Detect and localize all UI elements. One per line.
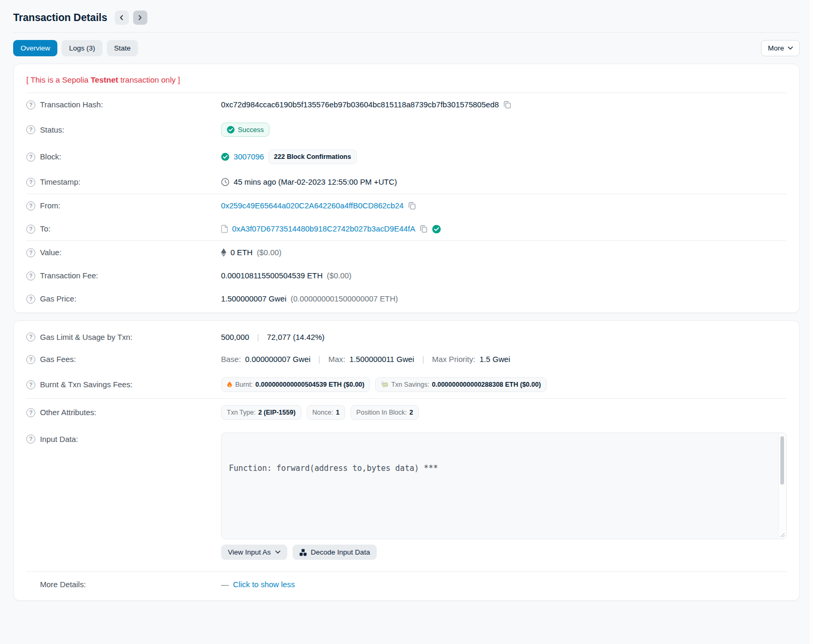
- testnet-notice: [ This is a Sepolia Testnet transaction …: [26, 66, 787, 93]
- value-label: Value:: [40, 248, 62, 257]
- next-transaction-button[interactable]: [133, 11, 147, 25]
- gas-used-value: 72,077 (14.42%): [267, 333, 324, 341]
- transaction-fee-row: ? Transaction Fee: 0.000108115500504539 …: [26, 264, 787, 287]
- view-input-as-button[interactable]: View Input As: [221, 545, 287, 560]
- position-in-block-badge: Position In Block: 2: [350, 405, 419, 420]
- input-data-line: [229, 500, 772, 512]
- input-data-line: MethodID: 0x6fadcf72: [229, 538, 772, 539]
- to-row: ? To: 0xA3f07D6773514480b918C2742b027b3a…: [26, 217, 787, 240]
- block-row: ? Block: 3007096 222 Block Confirmations: [26, 143, 787, 170]
- status-row: ? Status: Success: [26, 116, 787, 143]
- gas-price-label: Gas Price:: [40, 295, 76, 303]
- chevron-left-icon: [119, 15, 124, 21]
- transaction-fee-label: Transaction Fee:: [40, 271, 98, 280]
- txn-savings-label: Txn Savings:: [391, 381, 429, 388]
- pipe-separator: |: [418, 355, 428, 364]
- more-details-row: More Details: — Click to show less: [26, 572, 787, 598]
- check-circle-icon: [221, 153, 229, 161]
- help-icon: ?: [26, 271, 35, 280]
- help-icon: ?: [26, 435, 35, 444]
- block-confirmations-badge: 222 Block Confirmations: [268, 149, 357, 164]
- from-row: ? From: 0x259c49E65644a020C2A642260a4ffB…: [26, 194, 787, 217]
- txn-savings-badge: Txn Savings: 0.000000000000288308 ETH ($…: [375, 377, 546, 392]
- input-data-textarea[interactable]: Function: forward(address to,bytes data)…: [221, 432, 787, 539]
- contract-file-icon: [221, 225, 228, 233]
- help-icon: ?: [26, 178, 35, 187]
- value-usd: ($0.00): [257, 248, 282, 257]
- money-wings-icon: [381, 381, 388, 388]
- timestamp-value: 45 mins ago (Mar-02-2023 12:55:00 PM +UT…: [234, 178, 397, 186]
- copy-icon: [419, 225, 428, 233]
- to-label: To:: [40, 225, 51, 233]
- tab-logs[interactable]: Logs (3): [62, 40, 103, 56]
- blocks-icon: [299, 549, 307, 556]
- clock-icon: [221, 178, 229, 186]
- more-dropdown-button[interactable]: More: [761, 40, 800, 56]
- gas-limit-value: 500,000: [221, 333, 249, 341]
- page-title: Transaction Details: [13, 12, 107, 24]
- verified-check-icon: [432, 225, 441, 234]
- gas-price-amount: 1.500000007 Gwei: [221, 295, 286, 303]
- block-number-link[interactable]: 3007096: [234, 153, 264, 161]
- max-priority-label: Max Priority:: [432, 355, 475, 364]
- status-badge: Success: [221, 123, 269, 137]
- copy-from-button[interactable]: [408, 202, 416, 210]
- transaction-hash-row: ? Transaction Hash: 0xc72d984ccac6190b5f…: [26, 93, 787, 116]
- txn-savings-value: 0.000000000000288308 ETH ($0.00): [432, 381, 541, 388]
- transaction-fee-usd: ($0.00): [327, 271, 352, 280]
- burnt-value: 0.000000000000504539 ETH ($0.00): [255, 381, 364, 388]
- to-address-link[interactable]: 0xA3f07D6773514480b918C2742b027b3acD9E44…: [232, 225, 415, 233]
- base-fee-label: Base:: [221, 355, 241, 364]
- testnet-notice-bold: Testnet: [91, 75, 118, 84]
- tab-bar: Overview Logs (3) State More: [13, 33, 800, 64]
- check-circle-icon: [227, 126, 235, 134]
- txn-type-badge: Txn Type: 2 (EIP-1559): [221, 405, 302, 420]
- gas-limit-label: Gas Limit & Usage by Txn:: [40, 333, 133, 341]
- prev-transaction-button[interactable]: [115, 11, 129, 25]
- chevron-down-icon: [788, 46, 793, 50]
- copy-to-button[interactable]: [419, 225, 428, 233]
- base-fee-value: 0.000000007 Gwei: [245, 355, 310, 364]
- input-data-actions: View Input As Decode Input Data: [221, 545, 787, 560]
- max-priority-value: 1.5 Gwei: [479, 355, 510, 364]
- from-label: From:: [40, 202, 61, 210]
- max-fee-value: 1.500000011 Gwei: [349, 355, 414, 364]
- more-details-label: More Details:: [40, 580, 86, 589]
- input-scrollbar-thumb[interactable]: [780, 436, 784, 485]
- other-attributes-label: Other Attributes:: [40, 408, 96, 417]
- input-scrollbar-track[interactable]: [778, 434, 786, 538]
- burnt-badge: Burnt: 0.000000000000504539 ETH ($0.00): [221, 377, 370, 392]
- help-icon: ?: [26, 380, 35, 389]
- status-label: Status:: [40, 126, 64, 134]
- copy-hash-button[interactable]: [503, 100, 511, 109]
- transaction-details-page: Transaction Details Overview Logs (3) St…: [0, 0, 813, 601]
- help-icon: ?: [26, 333, 35, 341]
- decode-input-data-button[interactable]: Decode Input Data: [293, 545, 377, 560]
- help-icon: ?: [26, 225, 35, 234]
- help-icon: ?: [26, 355, 35, 364]
- dash-icon: —: [221, 580, 229, 589]
- transaction-hash-label: Transaction Hash:: [40, 100, 103, 109]
- tab-state[interactable]: State: [107, 40, 138, 56]
- timestamp-label: Timestamp:: [40, 178, 81, 186]
- more-label: More: [768, 44, 784, 52]
- gas-price-eth: (0.000000001500000007 ETH): [290, 295, 398, 303]
- value-amount: 0 ETH: [230, 248, 253, 257]
- help-icon: ?: [26, 295, 35, 304]
- overview-card: [ This is a Sepolia Testnet transaction …: [13, 64, 800, 313]
- page-scrollbar-gutter[interactable]: [808, 0, 813, 644]
- help-icon: ?: [26, 202, 35, 210]
- from-address-link[interactable]: 0x259c49E65644a020C2A642260a4ffB0CD862cb…: [221, 202, 404, 210]
- fire-icon: [227, 381, 233, 388]
- transaction-fee-amount: 0.000108115500504539 ETH: [221, 271, 323, 280]
- show-less-link[interactable]: Click to show less: [233, 580, 295, 589]
- input-data-row: ? Input Data: Function: forward(address …: [26, 426, 787, 567]
- tab-overview[interactable]: Overview: [13, 40, 57, 56]
- burnt-savings-label: Burnt & Txn Savings Fees:: [40, 380, 133, 389]
- gas-fees-row: ? Gas Fees: Base: 0.000000007 Gwei | Max…: [26, 348, 787, 371]
- resize-handle-icon[interactable]: [779, 531, 785, 538]
- block-label: Block:: [40, 153, 61, 161]
- value-row: ? Value: 0 ETH ($0.00): [26, 241, 787, 264]
- timestamp-row: ? Timestamp: 45 mins ago (Mar-02-2023 12…: [26, 170, 787, 194]
- pipe-separator: |: [315, 355, 324, 364]
